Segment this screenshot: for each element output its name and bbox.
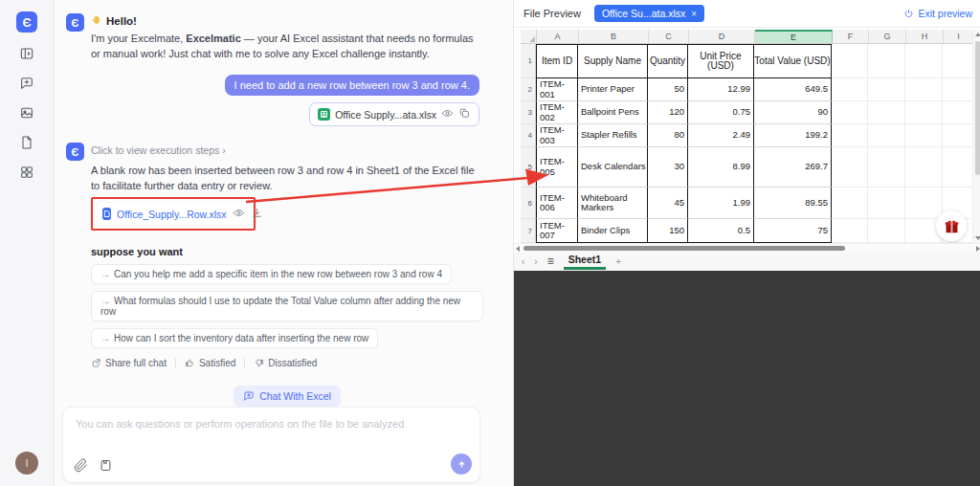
file-tools-icon[interactable]: [19, 135, 34, 150]
cell[interactable]: Whiteboard Markers: [578, 188, 648, 219]
next-sheet-button[interactable]: ›: [534, 256, 537, 267]
user-avatar[interactable]: I: [15, 452, 38, 475]
sheet-list-icon[interactable]: ≡: [547, 254, 554, 268]
row-header-3[interactable]: 3: [521, 101, 536, 124]
satisfied-button[interactable]: Satisfied: [185, 358, 235, 368]
col-header-C[interactable]: C: [649, 30, 689, 44]
cell[interactable]: 0.5: [688, 219, 754, 243]
cell[interactable]: ITEM-002: [536, 101, 578, 124]
cell[interactable]: Unit Price (USD): [688, 44, 754, 78]
horizontal-scrollbar[interactable]: [514, 243, 980, 252]
apps-icon[interactable]: [19, 165, 34, 180]
cell[interactable]: [905, 124, 943, 147]
attach-file-icon[interactable]: [74, 458, 88, 475]
cell[interactable]: 649.5: [754, 78, 832, 101]
cell[interactable]: Supply Name: [578, 44, 648, 78]
send-button[interactable]: [451, 453, 472, 475]
cell[interactable]: Binder Clips: [578, 219, 648, 243]
cell[interactable]: Printer Paper: [578, 78, 648, 101]
cell[interactable]: [832, 78, 868, 101]
cell[interactable]: Item ID: [536, 44, 578, 78]
preview-file-icon[interactable]: [441, 107, 454, 122]
col-header-B[interactable]: B: [579, 30, 649, 44]
select-all-corner[interactable]: [521, 30, 537, 44]
sidebar-toggle-icon[interactable]: [19, 46, 34, 61]
cell[interactable]: [905, 188, 943, 219]
cell[interactable]: [832, 147, 868, 188]
col-header-D[interactable]: D: [689, 30, 755, 44]
row-header-5[interactable]: 5: [521, 147, 536, 188]
cell[interactable]: 75: [754, 219, 832, 243]
cell[interactable]: Stapler Refills: [578, 124, 648, 147]
cell[interactable]: 199.2: [754, 124, 832, 147]
cell[interactable]: 1.99: [688, 188, 754, 219]
close-tab-icon[interactable]: ×: [691, 9, 697, 19]
suggestion-chip[interactable]: →How can I sort the inventory data after…: [91, 328, 378, 348]
cell[interactable]: 80: [648, 124, 688, 147]
gift-promo-button[interactable]: [936, 210, 967, 241]
col-header-E[interactable]: E: [755, 30, 833, 44]
cell[interactable]: ITEM-005: [536, 147, 578, 188]
cell[interactable]: [943, 101, 973, 124]
exit-preview-button[interactable]: Exit preview: [903, 8, 972, 19]
cell[interactable]: Quantity: [648, 44, 688, 78]
cell[interactable]: [943, 124, 973, 147]
cell[interactable]: [832, 219, 868, 243]
cell[interactable]: 269.7: [754, 147, 832, 188]
row-header-6[interactable]: 6: [521, 188, 536, 219]
cell[interactable]: [832, 101, 868, 124]
cell[interactable]: [868, 147, 905, 188]
chat-input[interactable]: [74, 416, 470, 456]
prev-sheet-button[interactable]: ‹: [522, 256, 524, 267]
cell[interactable]: 8.99: [688, 147, 754, 188]
cell[interactable]: [832, 124, 868, 147]
col-header-F[interactable]: F: [833, 30, 869, 44]
cell[interactable]: [832, 44, 868, 78]
notebook-icon[interactable]: [99, 458, 113, 475]
user-file-chip[interactable]: Office Supply...ata.xlsx: [309, 102, 479, 126]
copy-file-icon[interactable]: [458, 107, 471, 122]
col-header-G[interactable]: G: [869, 30, 906, 44]
sheet-tab[interactable]: Sheet1: [564, 253, 606, 270]
cell[interactable]: 89.55: [754, 188, 832, 219]
cell[interactable]: 12.99: [688, 78, 754, 101]
cell[interactable]: [905, 78, 943, 101]
result-file-card[interactable]: Office_Supply...Row.xlsx: [97, 203, 252, 225]
excelmatic-logo[interactable]: Є: [16, 11, 37, 33]
col-header-A[interactable]: A: [537, 30, 579, 44]
cell[interactable]: 90: [754, 101, 832, 124]
cell[interactable]: [905, 147, 943, 188]
row-header-1[interactable]: 1: [521, 44, 536, 78]
cell[interactable]: [832, 188, 868, 219]
share-full-chat-button[interactable]: Share full chat: [91, 358, 167, 368]
cell[interactable]: [868, 188, 905, 219]
add-sheet-button[interactable]: +: [615, 256, 621, 267]
row-header-7[interactable]: 7: [521, 219, 536, 243]
chat-with-excel-button[interactable]: Chat With Excel: [234, 386, 341, 407]
cell[interactable]: [905, 44, 943, 78]
cell[interactable]: Ballpoint Pens: [578, 101, 648, 124]
cell[interactable]: [868, 78, 905, 101]
cell[interactable]: [868, 101, 905, 124]
cell[interactable]: 50: [648, 78, 688, 101]
cell[interactable]: [943, 44, 973, 78]
cell[interactable]: [868, 44, 905, 78]
suggestion-chip[interactable]: →Can you help me add a specific item in …: [91, 264, 452, 284]
cell[interactable]: ITEM-001: [536, 78, 578, 101]
cell[interactable]: Total Value (USD): [754, 44, 832, 78]
col-header-I[interactable]: I: [944, 30, 974, 44]
image-tools-icon[interactable]: [19, 105, 34, 121]
cell[interactable]: 45: [648, 188, 688, 219]
download-file-icon[interactable]: [251, 207, 263, 221]
dissatisfied-button[interactable]: Dissatisfied: [254, 358, 317, 368]
cell[interactable]: [868, 219, 905, 243]
new-chat-icon[interactable]: [19, 76, 34, 91]
cell[interactable]: 30: [648, 147, 688, 188]
cell[interactable]: [943, 78, 973, 101]
preview-file-tab[interactable]: Office Su...ata.xlsx ×: [594, 5, 704, 22]
col-header-H[interactable]: H: [906, 30, 944, 44]
preview-file-icon[interactable]: [233, 207, 245, 221]
cell[interactable]: Desk Calendars: [578, 147, 648, 188]
cell[interactable]: 120: [648, 101, 688, 124]
cell[interactable]: 2.49: [688, 124, 754, 147]
